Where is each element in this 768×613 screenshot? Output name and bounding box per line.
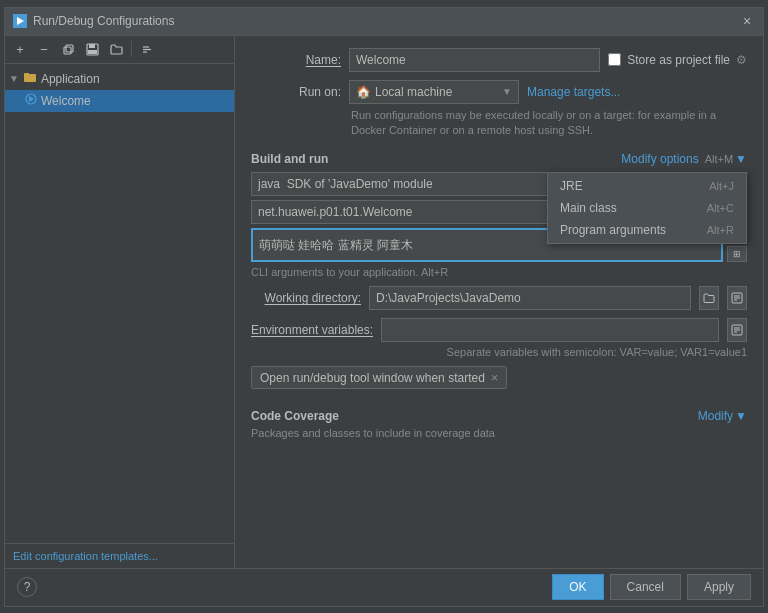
env-input[interactable] (381, 318, 719, 342)
cancel-button[interactable]: Cancel (610, 574, 681, 600)
working-dir-label: Working directory: (251, 291, 361, 305)
dialog-icon (13, 14, 27, 28)
sidebar-item-welcome[interactable]: Welcome (5, 90, 234, 112)
program-args-shortcut: Alt+R (707, 224, 734, 236)
sidebar-application-label: Application (41, 72, 100, 86)
modify-options-shortcut: Alt+M (705, 153, 733, 165)
title-bar-left: Run/Debug Configurations (13, 14, 174, 28)
env-edit-btn[interactable] (727, 318, 747, 342)
store-checkbox-row: Store as project file ⚙ (608, 53, 747, 67)
store-label: Store as project file (627, 53, 730, 67)
folder-config-button[interactable] (105, 38, 127, 60)
program-args-option[interactable]: Program arguments Alt+R (548, 219, 746, 241)
edit-templates-link[interactable]: Edit configuration templates... (5, 543, 234, 568)
svg-rect-11 (24, 73, 29, 75)
chevron-icon: ▼ (9, 73, 19, 84)
svg-rect-5 (89, 44, 95, 48)
remove-config-button[interactable]: − (33, 38, 55, 60)
svg-marker-13 (29, 96, 34, 102)
modify-options-label: Modify options (621, 152, 698, 166)
dialog-footer: ? OK Cancel Apply (5, 568, 763, 606)
toolbar-divider (131, 41, 132, 57)
copy-config-button[interactable] (57, 38, 79, 60)
env-label: Environment variables: (251, 323, 373, 337)
run-debug-dialog: Run/Debug Configurations × + − (4, 7, 764, 607)
code-coverage-header: Code Coverage Modify ▼ (251, 409, 747, 423)
run-hint-text: Run configurations may be executed local… (351, 108, 747, 139)
run-on-label: Run on: (251, 85, 341, 99)
ok-button[interactable]: OK (552, 574, 603, 600)
help-button[interactable]: ? (17, 577, 37, 597)
modify-label: Modify (698, 409, 733, 423)
house-icon: 🏠 (356, 85, 371, 99)
svg-rect-2 (64, 47, 71, 54)
store-checkbox[interactable] (608, 53, 621, 66)
svg-rect-6 (88, 50, 97, 54)
modify-dropdown-arrow-icon: ▼ (735, 152, 747, 166)
sidebar-welcome-label: Welcome (41, 94, 91, 108)
apply-button[interactable]: Apply (687, 574, 751, 600)
run-on-dropdown[interactable]: 🏠 Local machine ▼ (349, 80, 519, 104)
jre-option[interactable]: JRE Alt+J (548, 175, 746, 197)
working-dir-input[interactable] (369, 286, 691, 310)
program-args-label: Program arguments (560, 223, 666, 237)
dialog-body: + − ▼ (5, 36, 763, 568)
config-content: Name: Store as project file ⚙ Run on: 🏠 … (235, 36, 763, 568)
gear-icon[interactable]: ⚙ (736, 53, 747, 67)
env-row: Environment variables: (251, 318, 747, 342)
app-folder-icon (23, 70, 37, 87)
manage-targets-link[interactable]: Manage targets... (527, 85, 620, 99)
jre-label: JRE (560, 179, 583, 193)
open-run-badge-row: Open run/debug tool window when started … (251, 366, 747, 389)
sidebar-item-application[interactable]: ▼ Application (5, 68, 234, 90)
working-dir-row: Working directory: (251, 286, 747, 310)
args-expand-btn[interactable]: ⊞ (727, 246, 747, 262)
badge-close-btn[interactable]: × (491, 370, 499, 385)
coverage-hint: Packages and classes to include in cover… (251, 427, 747, 439)
coverage-modify-arrow-icon: ▼ (735, 409, 747, 423)
dropdown-arrow-icon: ▼ (502, 86, 512, 97)
open-run-label: Open run/debug tool window when started (260, 371, 485, 385)
jre-shortcut: Alt+J (709, 180, 734, 192)
svg-rect-10 (24, 74, 36, 82)
save-config-button[interactable] (81, 38, 103, 60)
code-coverage-modify-link[interactable]: Modify ▼ (698, 409, 747, 423)
sidebar-toolbar: + − (5, 36, 234, 64)
modify-options-dropdown: JRE Alt+J Main class Alt+C Program argum… (547, 172, 747, 244)
run-config-icon (25, 93, 37, 108)
cli-hint: CLI arguments to your application. Alt+R (251, 266, 747, 278)
sidebar: + − ▼ (5, 36, 235, 568)
name-row: Name: Store as project file ⚙ (251, 48, 747, 72)
run-on-row: Run on: 🏠 Local machine ▼ Manage targets… (251, 80, 747, 104)
config-tree: ▼ Application Welcome (5, 64, 234, 543)
title-bar: Run/Debug Configurations × (5, 8, 763, 36)
build-run-header: Build and run Modify options Alt+M ▼ JRE… (251, 152, 747, 166)
main-class-label: Main class (560, 201, 617, 215)
main-class-option[interactable]: Main class Alt+C (548, 197, 746, 219)
add-config-button[interactable]: + (9, 38, 31, 60)
build-run-title: Build and run (251, 152, 328, 166)
dialog-title: Run/Debug Configurations (33, 14, 174, 28)
separator-hint: Separate variables with semicolon: VAR=v… (251, 346, 747, 358)
working-dir-edit-btn[interactable] (727, 286, 747, 310)
sort-config-button[interactable] (136, 38, 158, 60)
close-button[interactable]: × (739, 13, 755, 29)
name-label: Name: (251, 53, 341, 67)
name-input[interactable] (349, 48, 600, 72)
modify-options-button[interactable]: Modify options Alt+M ▼ (621, 152, 747, 166)
working-dir-folder-btn[interactable] (699, 286, 719, 310)
svg-rect-3 (66, 45, 73, 52)
open-run-badge[interactable]: Open run/debug tool window when started … (251, 366, 507, 389)
modify-options-container: Modify options Alt+M ▼ JRE Alt+J Main cl… (621, 152, 747, 166)
application-group: ▼ Application Welcome (5, 68, 234, 112)
local-machine-label: Local machine (375, 85, 452, 99)
main-class-shortcut: Alt+C (707, 202, 734, 214)
code-coverage-title: Code Coverage (251, 409, 339, 423)
